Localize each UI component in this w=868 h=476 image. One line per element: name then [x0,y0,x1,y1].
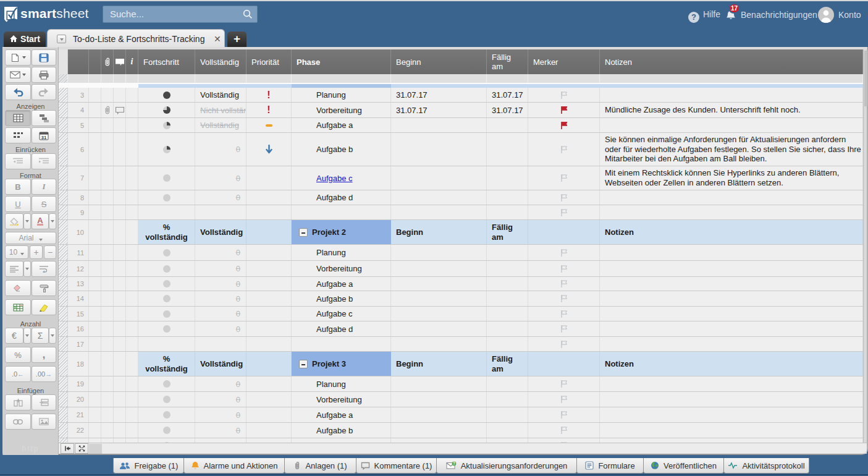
svg-text:?: ? [453,461,455,465]
svg-text:31: 31 [41,134,46,140]
